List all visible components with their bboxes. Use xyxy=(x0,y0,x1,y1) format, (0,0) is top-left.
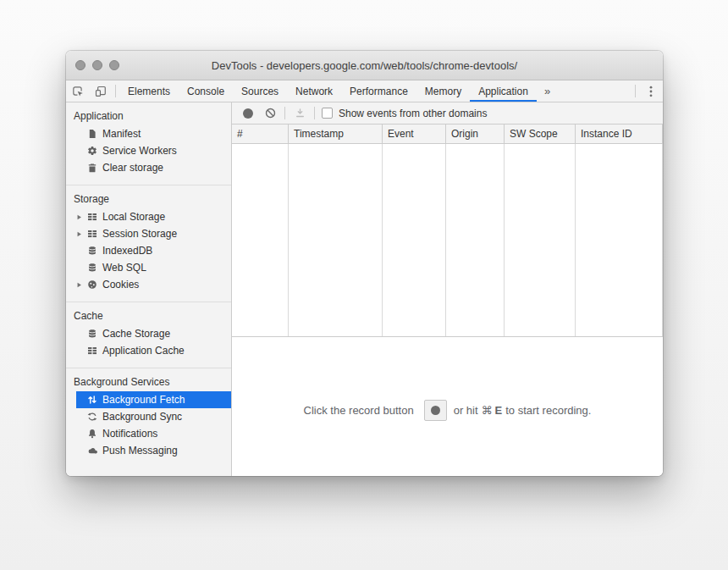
show-events-label[interactable]: Show events from other domains xyxy=(339,108,487,119)
table-icon xyxy=(86,229,97,239)
empty-state-suffix: to start recording. xyxy=(505,404,591,417)
sidebar-item-clear-storage[interactable]: Clear storage xyxy=(76,159,231,176)
sidebar-item-notifications[interactable]: Notifications xyxy=(76,425,231,442)
sidebar-item-service-workers[interactable]: Service Workers xyxy=(76,142,231,159)
tab-memory[interactable]: Memory xyxy=(416,80,470,102)
devtools-tabbar: ElementsConsoleSourcesNetworkPerformance… xyxy=(66,80,663,102)
shortcut-key: E xyxy=(495,404,503,417)
close-button[interactable] xyxy=(75,60,85,70)
sidebar-item-label: Clear storage xyxy=(102,162,163,174)
section-header-cache: Cache xyxy=(66,307,231,325)
table-icon xyxy=(86,212,97,222)
block-icon[interactable] xyxy=(259,103,281,124)
background-fetch-panel: Show events from other domains #Timestam… xyxy=(232,102,663,476)
database-icon xyxy=(86,263,97,273)
toolbar-separator xyxy=(635,85,636,97)
tab-overflow-chevron[interactable]: » xyxy=(537,80,558,102)
inspect-icon[interactable] xyxy=(66,80,89,102)
sidebar-item-local-storage[interactable]: Local Storage xyxy=(76,208,231,225)
sidebar-item-label: Local Storage xyxy=(102,211,165,223)
toolbar-separator xyxy=(115,85,116,97)
sidebar-item-manifest[interactable]: Manifest xyxy=(76,125,231,142)
sidebar-section-cache: CacheCache StorageApplication Cache xyxy=(66,302,231,368)
database-icon xyxy=(86,246,97,256)
titlebar: DevTools - developers.google.com/web/too… xyxy=(66,51,663,80)
expander-icon[interactable] xyxy=(76,214,86,220)
devtools-window: DevTools - developers.google.com/web/too… xyxy=(66,51,663,476)
table-icon xyxy=(86,346,97,356)
empty-state-or-hit: or hit xyxy=(454,404,478,417)
sidebar-item-label: Web SQL xyxy=(102,262,146,274)
toolbar-separator xyxy=(314,107,315,119)
sync-icon xyxy=(86,412,97,422)
column-header-origin[interactable]: Origin xyxy=(446,125,505,143)
record-icon[interactable] xyxy=(237,103,259,124)
sidebar-item-label: Session Storage xyxy=(102,228,177,240)
record-button-illustration xyxy=(424,400,447,421)
tab-elements[interactable]: Elements xyxy=(119,80,179,102)
sidebar-section-application: ApplicationManifestService WorkersClear … xyxy=(66,102,231,185)
section-header-storage: Storage xyxy=(66,190,231,208)
sidebar-item-background-fetch[interactable]: Background Fetch xyxy=(76,391,231,408)
file-icon xyxy=(86,129,97,139)
sidebar-item-label: Service Workers xyxy=(102,145,177,157)
kebab-menu-icon[interactable] xyxy=(639,80,663,102)
sidebar-section-storage: StorageLocal StorageSession StorageIndex… xyxy=(66,185,231,302)
sidebar-section-background-services: Background ServicesBackground FetchBackg… xyxy=(66,368,231,468)
sidebar-item-session-storage[interactable]: Session Storage xyxy=(76,225,231,242)
section-header-application: Application xyxy=(66,107,231,125)
grid-column-sw-scope xyxy=(505,144,576,336)
sidebar-item-cache-storage[interactable]: Cache Storage xyxy=(76,325,231,342)
empty-state-prefix: Click the record button xyxy=(304,404,414,417)
minimize-button[interactable] xyxy=(92,60,102,70)
cmd-key-icon: ⌘ xyxy=(482,404,493,417)
expander-icon[interactable] xyxy=(76,282,86,288)
grid-column-origin xyxy=(446,144,505,336)
column-header-timestamp[interactable]: Timestamp xyxy=(289,125,383,143)
cloud-icon xyxy=(86,445,97,456)
empty-state-area: Click the record button or hit ⌘ E to st… xyxy=(232,337,663,476)
show-events-checkbox[interactable] xyxy=(322,108,333,119)
bell-icon xyxy=(86,429,97,439)
device-toolbar-icon[interactable] xyxy=(89,80,112,102)
expander-icon[interactable] xyxy=(76,231,86,237)
grid-column-instance-id xyxy=(576,144,663,336)
sidebar-item-cookies[interactable]: Cookies xyxy=(76,276,231,293)
sidebar-item-label: Manifest xyxy=(102,128,141,140)
column-header-event[interactable]: Event xyxy=(383,125,446,143)
sidebar-item-label: Cache Storage xyxy=(102,328,170,340)
sidebar-item-indexeddb[interactable]: IndexedDB xyxy=(76,242,231,259)
column-header-[interactable]: # xyxy=(232,125,289,143)
tab-sources[interactable]: Sources xyxy=(233,80,287,102)
column-header-sw-scope[interactable]: SW Scope xyxy=(505,125,576,143)
sidebar-item-label: Application Cache xyxy=(102,345,185,357)
gear-icon xyxy=(86,146,97,156)
column-header-instance-id[interactable]: Instance ID xyxy=(576,125,663,143)
sidebar-item-label: IndexedDB xyxy=(102,245,152,257)
grid-column- xyxy=(232,144,289,336)
sidebar-item-label: Notifications xyxy=(102,428,157,440)
fetch-arrows-icon xyxy=(86,395,97,405)
tab-application[interactable]: Application xyxy=(470,80,537,102)
tab-network[interactable]: Network xyxy=(287,80,341,102)
sidebar-item-application-cache[interactable]: Application Cache xyxy=(76,342,231,359)
empty-state-message: Click the record button or hit ⌘ E to st… xyxy=(304,400,592,421)
tab-strip: ElementsConsoleSourcesNetworkPerformance… xyxy=(119,80,537,102)
database-icon xyxy=(86,329,97,339)
window-title: DevTools - developers.google.com/web/too… xyxy=(212,59,517,72)
tab-console[interactable]: Console xyxy=(179,80,233,102)
application-sidebar: ApplicationManifestService WorkersClear … xyxy=(66,102,232,476)
events-grid-body xyxy=(232,144,663,337)
section-header-background-services: Background Services xyxy=(66,373,231,391)
sidebar-item-push-messaging[interactable]: Push Messaging xyxy=(76,442,231,459)
sidebar-item-web-sql[interactable]: Web SQL xyxy=(76,259,231,276)
grid-column-timestamp xyxy=(289,144,383,336)
cookie-icon xyxy=(86,279,97,290)
toolbar-separator xyxy=(284,107,285,119)
tab-performance[interactable]: Performance xyxy=(341,80,416,102)
sidebar-item-background-sync[interactable]: Background Sync xyxy=(76,408,231,425)
trash-icon xyxy=(86,163,97,173)
sidebar-item-label: Background Sync xyxy=(102,411,182,423)
zoom-button[interactable] xyxy=(109,60,119,70)
download-icon[interactable] xyxy=(289,103,311,124)
